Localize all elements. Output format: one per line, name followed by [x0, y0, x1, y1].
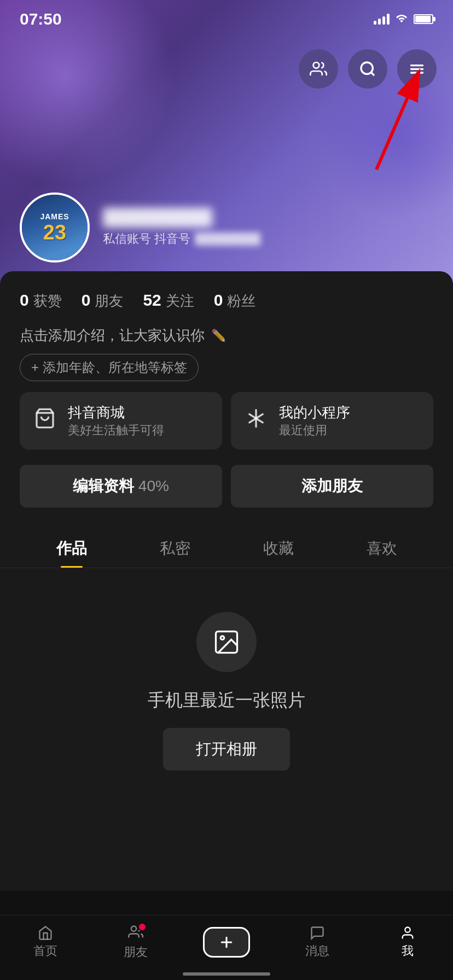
tab-works[interactable]: 作品 [20, 527, 123, 568]
bottom-nav: 首页 朋友 消息 我 [0, 915, 453, 980]
mini-program-text: 我的小程序 最近使用 [279, 403, 350, 439]
main-content: 0 获赞 0 朋友 52 关注 0 粉丝 点击添加介绍，让大家认识你 ✏️ + … [0, 271, 453, 891]
tab-private-label: 私密 [160, 540, 190, 557]
svg-point-12 [220, 636, 224, 640]
photo-icon [212, 628, 241, 656]
nav-create[interactable] [181, 927, 272, 958]
message-nav-icon [310, 925, 325, 941]
stat-likes[interactable]: 0 获赞 [20, 291, 62, 311]
stat-likes-number: 0 [20, 291, 29, 310]
avatar[interactable]: JAMES 23 [20, 192, 90, 262]
add-friend-label: 添加朋友 [301, 477, 363, 494]
friends-nav-icon [128, 924, 143, 940]
stat-following-number: 52 [143, 291, 161, 310]
status-bar: 07:50 [0, 0, 453, 33]
tab-private[interactable]: 私密 [123, 527, 226, 568]
add-friend-button[interactable]: 添加朋友 [231, 465, 433, 508]
tab-collect-label: 收藏 [263, 540, 294, 557]
tab-works-label: 作品 [56, 540, 87, 557]
svg-rect-4 [410, 72, 423, 73]
quick-links: 抖音商城 美好生活触手可得 我的小程序 最近使用 [20, 392, 433, 450]
action-buttons: 编辑资料 40% 添加朋友 [20, 465, 433, 508]
add-tag-label: + 添加年龄、所在地等标签 [31, 359, 187, 376]
nav-message[interactable]: 消息 [272, 925, 363, 959]
douyin-mall-title: 抖音商城 [68, 403, 164, 422]
jersey-name: JAMES [40, 212, 69, 221]
profile-area: JAMES 23 私信账号 抖音号 [20, 192, 260, 262]
edit-profile-button[interactable]: 编辑资料 40% [20, 465, 222, 508]
profile-text: 私信账号 抖音号 [103, 208, 260, 247]
svg-point-1 [361, 62, 373, 74]
home-nav-icon [38, 925, 53, 941]
nav-home[interactable]: 首页 [0, 925, 91, 959]
asterisk-icon [244, 407, 268, 434]
nav-friends-label: 朋友 [124, 944, 148, 960]
svg-rect-3 [410, 68, 423, 70]
nav-friends[interactable]: 朋友 [91, 924, 182, 960]
menu-button[interactable] [397, 49, 437, 89]
stat-fans[interactable]: 0 粉丝 [214, 291, 256, 311]
tab-collect[interactable]: 收藏 [226, 527, 330, 568]
edit-percent-value: 40% [138, 477, 169, 494]
nav-message-label: 消息 [305, 943, 329, 959]
tiktok-id-blurred [195, 232, 260, 246]
add-tag-button[interactable]: + 添加年龄、所在地等标签 [20, 354, 199, 381]
douyin-mall-card[interactable]: 抖音商城 美好生活触手可得 [20, 392, 222, 450]
tabs-bar: 作品 私密 收藏 喜欢 [0, 527, 453, 568]
open-album-button[interactable]: 打开相册 [163, 728, 290, 771]
cart-icon [33, 407, 57, 434]
status-icons [374, 13, 433, 26]
svg-rect-2 [410, 65, 423, 66]
stat-fans-number: 0 [214, 291, 223, 310]
mini-program-card[interactable]: 我的小程序 最近使用 [231, 392, 433, 450]
tab-likes-label: 喜欢 [367, 540, 397, 557]
create-button[interactable] [203, 927, 250, 958]
nav-me[interactable]: 我 [362, 925, 453, 959]
profile-sub-text: 私信账号 抖音号 [103, 231, 190, 247]
mini-program-title: 我的小程序 [279, 403, 350, 422]
nav-home-label: 首页 [33, 943, 57, 959]
stat-fans-label: 粉丝 [227, 291, 255, 311]
signal-icon [374, 14, 390, 25]
tab-likes[interactable]: 喜欢 [330, 527, 433, 568]
battery-icon [414, 14, 433, 24]
edit-icon: ✏️ [211, 329, 226, 343]
bio-section: 点击添加介绍，让大家认识你 ✏️ + 添加年龄、所在地等标签 [20, 326, 433, 381]
stat-following-label: 关注 [166, 291, 194, 311]
mini-program-subtitle: 最近使用 [279, 422, 350, 439]
header-banner: JAMES 23 私信账号 抖音号 [0, 0, 453, 284]
nav-me-label: 我 [402, 943, 414, 959]
douyin-mall-text: 抖音商城 美好生活触手可得 [68, 403, 164, 439]
stat-friends[interactable]: 0 朋友 [82, 291, 124, 311]
edit-profile-label: 编辑资料 [73, 477, 134, 494]
stat-friends-number: 0 [82, 291, 91, 310]
home-indicator [183, 972, 270, 976]
wifi-icon [395, 13, 408, 26]
stat-likes-label: 获赞 [33, 291, 62, 311]
svg-point-13 [131, 926, 136, 931]
profile-sub: 私信账号 抖音号 [103, 231, 260, 247]
svg-point-0 [313, 62, 320, 68]
empty-icon-circle [196, 612, 257, 672]
svg-point-14 [405, 928, 410, 932]
stat-following[interactable]: 52 关注 [143, 291, 194, 311]
empty-state: 手机里最近一张照片 打开相册 [20, 568, 433, 803]
username-blurred [103, 208, 212, 228]
empty-title: 手机里最近一张照片 [148, 689, 305, 713]
bio-placeholder: 点击添加介绍，让大家认识你 [20, 326, 205, 345]
open-album-label: 打开相册 [196, 740, 257, 757]
avatar-image: JAMES 23 [22, 195, 88, 260]
search-button[interactable] [348, 49, 387, 89]
me-nav-icon [400, 925, 415, 941]
stat-friends-label: 朋友 [95, 291, 123, 311]
status-time: 07:50 [20, 10, 62, 28]
friends-button[interactable] [299, 49, 338, 89]
douyin-mall-subtitle: 美好生活触手可得 [68, 422, 164, 439]
nav-friends-dot-wrapper [128, 924, 143, 942]
top-actions [299, 49, 437, 89]
stats-row: 0 获赞 0 朋友 52 关注 0 粉丝 [20, 291, 433, 311]
bio-text[interactable]: 点击添加介绍，让大家认识你 ✏️ [20, 326, 433, 345]
jersey-number: 23 [43, 222, 66, 243]
